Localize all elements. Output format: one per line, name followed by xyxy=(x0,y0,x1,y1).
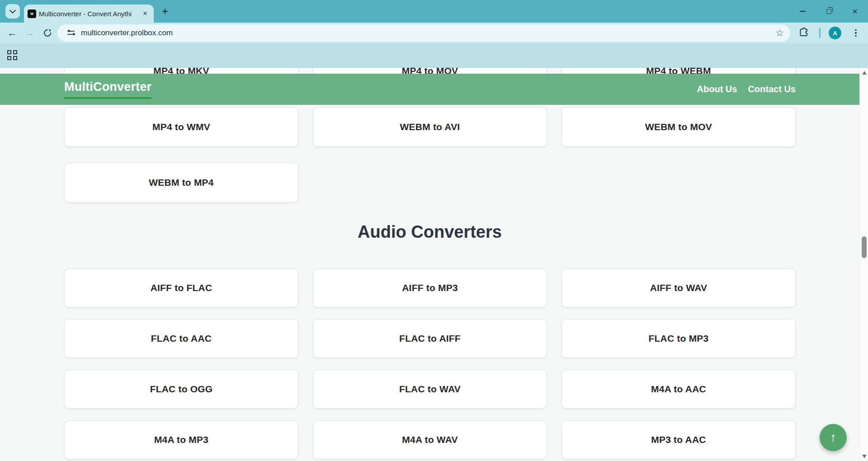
scrollbar-up-button[interactable] xyxy=(860,69,868,76)
converter-card[interactable]: AIFF to MP3 xyxy=(313,268,547,307)
audio-converters-heading: Audio Converters xyxy=(0,220,859,244)
audio-card-grid: AIFF to FLAC AIFF to MP3 AIFF to WAV FLA… xyxy=(64,268,796,459)
converter-card[interactable]: FLAC to WAV xyxy=(313,370,547,409)
forward-button[interactable]: → xyxy=(23,26,37,40)
maximize-button[interactable] xyxy=(816,0,842,23)
converter-card[interactable]: FLAC to AIFF xyxy=(313,319,547,358)
bookmarks-bar xyxy=(0,43,868,68)
video-card-row: WEBM to MP4 xyxy=(64,163,796,202)
window-controls: × xyxy=(789,0,868,23)
converter-card[interactable]: AIFF to WAV xyxy=(561,268,796,307)
page-scrollbar[interactable] xyxy=(859,68,868,461)
nav-link-about[interactable]: About Us xyxy=(697,84,737,94)
converter-card[interactable]: WEBM to MP4 xyxy=(64,163,298,202)
minimize-button[interactable] xyxy=(789,0,816,23)
converter-card[interactable]: WEBM to AVI xyxy=(313,107,547,147)
reload-button[interactable] xyxy=(40,26,55,40)
converter-card[interactable]: M4A to WAV xyxy=(313,420,547,459)
page-content: MP4 to WMV WEBM to AVI WEBM to MOV WEBM … xyxy=(0,105,859,459)
scroll-to-top-button[interactable]: ↑ xyxy=(820,424,847,451)
converter-card[interactable]: FLAC to MP3 xyxy=(561,319,796,358)
tab-strip: M Multiconverter - Convert Anythi × + × xyxy=(0,0,868,23)
back-button[interactable]: ← xyxy=(5,26,19,40)
minimize-icon xyxy=(800,11,806,12)
close-window-button[interactable]: × xyxy=(842,0,868,23)
converter-card[interactable]: M4A to MP3 xyxy=(64,420,298,459)
site-info-icon[interactable] xyxy=(67,30,75,36)
page-viewport: MP4 to MKV MP4 to MOV MP4 to WEBM MultiC… xyxy=(0,68,859,461)
browser-menu-button[interactable] xyxy=(852,27,860,39)
toolbar-separator xyxy=(819,28,821,38)
address-bar[interactable]: multiconverter.prolbox.com ☆ xyxy=(57,24,790,42)
profile-avatar-button[interactable]: A xyxy=(829,27,841,39)
triangle-down-icon xyxy=(862,455,867,458)
url-text: multiconverter.prolbox.com xyxy=(81,28,173,38)
scrollbar-down-button[interactable] xyxy=(860,452,868,460)
new-tab-button[interactable]: + xyxy=(159,6,171,18)
active-tab[interactable]: M Multiconverter - Convert Anythi × xyxy=(24,5,154,23)
converter-card[interactable]: MP3 to AAC xyxy=(561,420,796,459)
bookmark-star-button[interactable]: ☆ xyxy=(775,28,784,38)
tab-search-button[interactable] xyxy=(5,4,20,19)
scrollbar-thumb[interactable] xyxy=(862,236,867,258)
nav-link-contact[interactable]: Contact Us xyxy=(748,84,796,94)
video-card-row: MP4 to WMV WEBM to AVI WEBM to MOV xyxy=(64,107,796,147)
tab-close-button[interactable]: × xyxy=(141,9,149,18)
browser-toolbar: ← → multiconverter.prolbox.com ☆ A xyxy=(0,23,868,43)
converter-card[interactable]: FLAC to OGG xyxy=(64,370,298,409)
extensions-button[interactable] xyxy=(798,27,810,40)
close-icon: × xyxy=(852,7,858,16)
up-arrow-icon: ↑ xyxy=(830,430,836,445)
reload-icon xyxy=(43,28,52,38)
site-nav: About Us Contact Us xyxy=(697,84,796,94)
site-header: MultiConverter About Us Contact Us xyxy=(0,74,859,105)
converter-card[interactable]: AIFF to FLAC xyxy=(64,268,298,307)
site-favicon-icon: M xyxy=(28,9,36,18)
apps-grid-button[interactable] xyxy=(7,50,18,61)
brand-logo[interactable]: MultiConverter xyxy=(64,80,151,99)
restore-icon xyxy=(826,9,831,14)
converter-card[interactable]: M4A to AAC xyxy=(561,370,796,409)
chevron-down-icon xyxy=(9,7,16,13)
triangle-up-icon xyxy=(862,71,867,75)
converter-card[interactable]: WEBM to MOV xyxy=(561,107,796,147)
extensions-puzzle-icon xyxy=(798,27,810,38)
converter-card[interactable]: MP4 to WMV xyxy=(64,107,298,147)
tab-title: Multiconverter - Convert Anythi xyxy=(39,10,138,18)
converter-card[interactable]: FLAC to AAC xyxy=(64,319,298,358)
